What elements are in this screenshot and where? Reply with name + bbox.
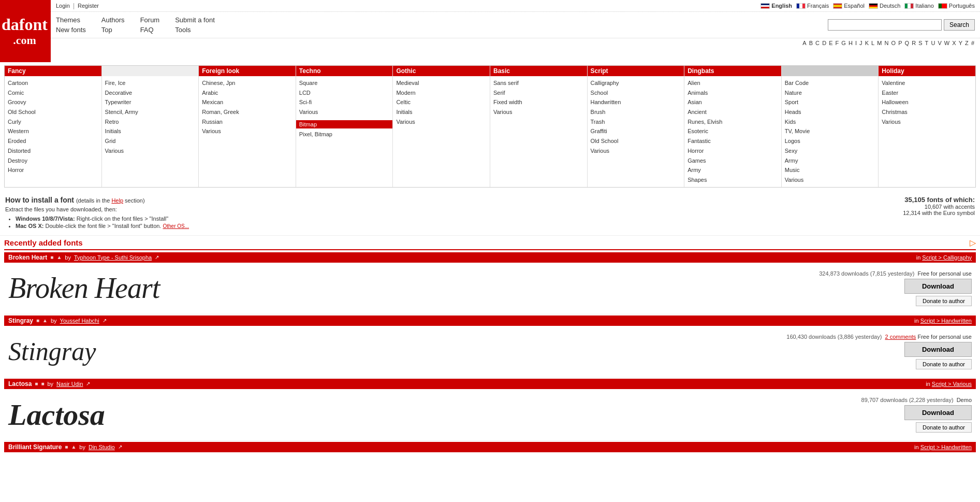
cat-various-fancy[interactable]: Various	[105, 146, 196, 156]
cat-fantastic[interactable]: Fantastic	[688, 136, 778, 146]
cat-games[interactable]: Games	[688, 156, 778, 166]
cat-serif[interactable]: Serif	[493, 88, 584, 98]
nav-authors[interactable]: Authors	[101, 16, 125, 24]
category-header-techno[interactable]: Techno	[296, 66, 393, 76]
author-link-broken-heart[interactable]: Typhoon Type - Suthi Srisopha	[74, 254, 152, 261]
cat-medieval[interactable]: Medieval	[396, 78, 487, 88]
cat-various-foreign[interactable]: Various	[202, 126, 292, 136]
lang-it[interactable]: Italiano	[904, 3, 933, 9]
font-name-stingray[interactable]: Stingray	[8, 317, 33, 324]
cat-grid[interactable]: Grid	[105, 136, 196, 146]
cat-chinese[interactable]: Chinese, Jpn	[202, 78, 292, 88]
category-link-lactosa[interactable]: Script > Various	[932, 381, 972, 387]
cat-old-school[interactable]: Old School	[8, 107, 98, 117]
download-button-broken-heart[interactable]: Download	[904, 279, 972, 294]
cat-typewriter[interactable]: Typewriter	[105, 97, 196, 107]
cat-sexy[interactable]: Sexy	[785, 146, 875, 156]
cat-tv-movie[interactable]: TV, Movie	[785, 126, 875, 136]
cat-distorted[interactable]: Distorted	[8, 146, 98, 156]
search-input[interactable]	[828, 19, 942, 31]
category-header-dingbats[interactable]: Dingbats	[684, 66, 781, 76]
other-os-link[interactable]: Other OS...	[163, 223, 189, 229]
lang-en[interactable]: English	[760, 3, 792, 9]
cat-fixed-width[interactable]: Fixed width	[493, 97, 584, 107]
lang-pt[interactable]: Português	[938, 3, 975, 9]
category-header-holiday[interactable]: Holiday	[879, 66, 975, 76]
category-header-fancy[interactable]: Fancy	[5, 66, 101, 76]
help-link[interactable]: Help	[111, 197, 123, 204]
cat-animals[interactable]: Animals	[688, 88, 778, 98]
donate-button-broken-heart[interactable]: Donate to author	[916, 296, 972, 306]
lang-fr[interactable]: Français	[796, 3, 829, 9]
cat-lcd[interactable]: LCD	[299, 88, 390, 98]
cat-initials[interactable]: Initials	[105, 126, 196, 136]
cat-sci-fi[interactable]: Sci-fi	[299, 97, 390, 107]
category-header-gothic[interactable]: Gothic	[393, 66, 490, 76]
category-link-brilliant[interactable]: Script > Handwritten	[920, 444, 972, 450]
cat-cartoon[interactable]: Cartoon	[8, 78, 98, 88]
cat-brush[interactable]: Brush	[591, 107, 681, 117]
cat-various-holiday[interactable]: Various	[882, 117, 972, 127]
cat-various-basic[interactable]: Various	[493, 107, 584, 117]
cat-horror[interactable]: Horror	[8, 165, 98, 175]
cat-destroy[interactable]: Destroy	[8, 156, 98, 166]
cat-celtic[interactable]: Celtic	[396, 97, 487, 107]
cat-handwritten[interactable]: Handwritten	[591, 97, 681, 107]
cat-arabic[interactable]: Arabic	[202, 88, 292, 98]
nav-tools[interactable]: Tools	[175, 26, 215, 34]
cat-music[interactable]: Music	[785, 165, 875, 175]
author-link-brilliant[interactable]: Din Studio	[89, 444, 115, 450]
nav-top[interactable]: Top	[101, 26, 125, 34]
category-link-broken-heart[interactable]: Script > Calligraphy	[922, 254, 972, 261]
cat-graffiti[interactable]: Graffiti	[591, 126, 681, 136]
cat-roman[interactable]: Roman, Greek	[202, 107, 292, 117]
cat-calligraphy[interactable]: Calligraphy	[591, 78, 681, 88]
nav-themes[interactable]: Themes	[56, 16, 86, 24]
font-name-broken-heart[interactable]: Broken Heart	[8, 254, 47, 261]
lang-de[interactable]: Deutsch	[869, 3, 900, 9]
comments-link-stingray[interactable]: 2 comments	[885, 334, 916, 340]
cat-trash[interactable]: Trash	[591, 117, 681, 127]
download-button-stingray[interactable]: Download	[904, 342, 972, 357]
cat-sport[interactable]: Sport	[785, 97, 875, 107]
cat-halloween[interactable]: Halloween	[882, 97, 972, 107]
cat-logos[interactable]: Logos	[785, 136, 875, 146]
cat-barcode[interactable]: Bar Code	[785, 78, 875, 88]
cat-old-school-script[interactable]: Old School	[591, 136, 681, 146]
rss-icon[interactable]: ▷	[970, 238, 976, 248]
cat-various-script[interactable]: Various	[591, 146, 681, 156]
nav-faq[interactable]: FAQ	[140, 26, 160, 34]
cat-asian[interactable]: Asian	[688, 97, 778, 107]
cat-stencil[interactable]: Stencil, Army	[105, 107, 196, 117]
cat-curly[interactable]: Curly	[8, 117, 98, 127]
cat-kids[interactable]: Kids	[785, 117, 875, 127]
cat-army2[interactable]: Army	[785, 156, 875, 166]
cat-modern[interactable]: Modern	[396, 88, 487, 98]
cat-alien[interactable]: Alien	[688, 78, 778, 88]
cat-western[interactable]: Western	[8, 126, 98, 136]
author-link-stingray[interactable]: Youssef Habchi	[60, 318, 99, 324]
cat-mexican[interactable]: Mexican	[202, 97, 292, 107]
cat-nature[interactable]: Nature	[785, 88, 875, 98]
cat-valentine[interactable]: Valentine	[882, 78, 972, 88]
font-name-lactosa[interactable]: Lactosa	[8, 380, 32, 388]
cat-comic[interactable]: Comic	[8, 88, 98, 98]
cat-school[interactable]: School	[591, 88, 681, 98]
cat-decorative[interactable]: Decorative	[105, 88, 196, 98]
author-link-lactosa[interactable]: Nasir Udin	[56, 381, 83, 387]
cat-army[interactable]: Army	[688, 165, 778, 175]
nav-forum[interactable]: Forum	[140, 16, 160, 24]
cat-various-gothic[interactable]: Various	[396, 117, 487, 127]
cat-pixel[interactable]: Pixel, Bitmap	[299, 130, 390, 139]
cat-fire-ice[interactable]: Fire, Ice	[105, 78, 196, 88]
register-link[interactable]: Register	[78, 3, 99, 9]
cat-esoteric[interactable]: Esoteric	[688, 126, 778, 136]
sub-header-bitmap[interactable]: Bitmap	[296, 120, 393, 128]
cat-shapes[interactable]: Shapes	[688, 175, 778, 185]
download-button-lactosa[interactable]: Download	[904, 405, 972, 420]
category-header-script[interactable]: Script	[588, 66, 684, 76]
lang-es[interactable]: Español	[833, 3, 865, 9]
cat-retro[interactable]: Retro	[105, 117, 196, 127]
login-link[interactable]: Login	[56, 3, 70, 9]
category-header-foreign[interactable]: Foreign look	[199, 66, 296, 76]
